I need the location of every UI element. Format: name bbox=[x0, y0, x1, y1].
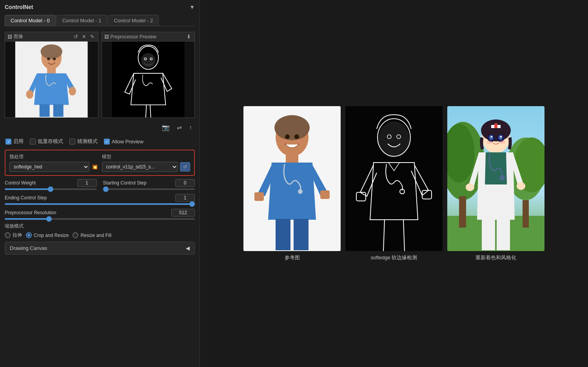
preprocessor-label: 预处理 bbox=[9, 154, 98, 160]
model-select-row: control_v11p_sd15_s... ↺ bbox=[102, 162, 191, 172]
model-col: 模型 control_v11p_sd15_s... ↺ bbox=[102, 154, 191, 172]
preprocessor-preview-title: 🖼 Preprocessor Preview bbox=[104, 34, 156, 40]
model-select[interactable]: control_v11p_sd15_s... bbox=[102, 162, 178, 172]
ending-step-value[interactable] bbox=[175, 194, 195, 202]
svg-point-62 bbox=[500, 136, 502, 137]
preprocessor-preview-box: 🖼 Preprocessor Preview ⬇ bbox=[102, 32, 195, 118]
drawing-canvas-row[interactable]: Drawing Canvas ◀ bbox=[5, 242, 195, 255]
source-image-actions: ↺ ✕ ✎ bbox=[73, 33, 96, 40]
preprocessor-resolution-value[interactable] bbox=[171, 209, 195, 217]
guess-mode-checkbox-input[interactable] bbox=[69, 139, 75, 145]
camera-button[interactable]: 📷 bbox=[161, 123, 171, 132]
allow-preview-checkbox[interactable]: Allow Preview bbox=[104, 139, 143, 145]
ending-step-row: Ending Control Step bbox=[5, 194, 195, 205]
refresh-image-button[interactable]: ↺ bbox=[73, 33, 79, 40]
svg-rect-47 bbox=[523, 200, 529, 228]
control-weight-col: Control Weight bbox=[5, 179, 97, 190]
preprocessor-resolution-slider[interactable] bbox=[5, 218, 195, 220]
drawing-canvas-icon: ◀ bbox=[186, 245, 190, 251]
control-weight-value[interactable] bbox=[77, 179, 97, 187]
svg-rect-56 bbox=[497, 219, 510, 250]
low-memory-checkbox[interactable]: 低显存模式 bbox=[30, 138, 63, 145]
allow-preview-checkbox-input[interactable] bbox=[104, 139, 110, 145]
svg-point-25 bbox=[298, 189, 303, 194]
gallery-edge-svg bbox=[345, 106, 443, 251]
guess-mode-checkbox[interactable]: 猜测模式 bbox=[69, 138, 98, 145]
svg-point-21 bbox=[274, 115, 310, 140]
control-weight-slider[interactable] bbox=[5, 188, 97, 190]
gallery-img-reference bbox=[243, 106, 341, 251]
svg-point-28 bbox=[285, 134, 290, 139]
model-section-row: 预处理 softedge_hed 💥 模型 control_v11p_sd15_… bbox=[9, 154, 190, 172]
zoom-resize-fill-option[interactable]: Resize and Fill bbox=[73, 232, 111, 238]
low-memory-checkbox-input[interactable] bbox=[30, 139, 36, 145]
svg-rect-10 bbox=[112, 42, 184, 118]
control-weight-header: Control Weight bbox=[5, 179, 97, 187]
image-row: 🖼 图像 ↺ ✕ ✎ bbox=[5, 32, 195, 118]
swap-button[interactable]: ⇌ bbox=[176, 123, 183, 132]
starting-step-header: Starting Control Step bbox=[103, 179, 195, 187]
svg-rect-3 bbox=[47, 68, 56, 74]
close-image-button[interactable]: ✕ bbox=[81, 33, 87, 40]
refresh-model-button[interactable]: ↺ bbox=[180, 162, 190, 172]
enable-checkbox-input[interactable] bbox=[5, 139, 11, 145]
svg-point-61 bbox=[491, 136, 492, 137]
zoom-mode-radio-group: 拉伸 Crop and Resize Resize and Fill bbox=[5, 232, 195, 239]
two-col-slider-row: Control Weight Starting Control Step bbox=[5, 179, 195, 190]
starting-step-value[interactable] bbox=[175, 179, 195, 187]
tab-control-model-0[interactable]: Control Model - 0 bbox=[5, 15, 56, 26]
enable-checkbox[interactable]: 启用 bbox=[5, 138, 24, 145]
zoom-crop-resize-option[interactable]: Crop and Resize bbox=[26, 232, 69, 238]
svg-rect-23 bbox=[254, 192, 264, 201]
tab-control-model-1[interactable]: Control Model - 1 bbox=[56, 15, 107, 26]
svg-point-64 bbox=[499, 141, 506, 144]
svg-rect-6 bbox=[40, 104, 50, 117]
svg-point-60 bbox=[499, 135, 503, 140]
nurse-svg bbox=[5, 42, 98, 118]
ending-step-header: Ending Control Step bbox=[5, 194, 195, 202]
preprocessor-actions: ⬇ bbox=[185, 33, 192, 40]
svg-point-52 bbox=[466, 183, 474, 191]
gallery-item-reference: 参考图 bbox=[243, 106, 341, 261]
right-panel: 参考图 bbox=[200, 0, 588, 367]
panel-title: ControlNet bbox=[5, 4, 33, 10]
svg-point-63 bbox=[486, 141, 492, 144]
svg-point-8 bbox=[47, 58, 50, 60]
zoom-stretch-radio[interactable] bbox=[5, 232, 11, 238]
preprocessor-resolution-label: Preprocessor Resolution bbox=[5, 210, 56, 215]
tabs-container: Control Model - 0 Control Model - 1 Cont… bbox=[5, 15, 195, 26]
starting-step-col: Starting Control Step bbox=[103, 179, 195, 190]
zoom-stretch-option[interactable]: 拉伸 bbox=[5, 232, 22, 239]
gallery-caption-anime: 重新着色和风格化 bbox=[475, 254, 516, 261]
svg-rect-24 bbox=[320, 190, 330, 199]
preprocessor-resolution-header: Preprocessor Resolution bbox=[5, 209, 195, 217]
svg-point-30 bbox=[280, 139, 288, 144]
svg-point-9 bbox=[53, 58, 56, 60]
ending-step-slider[interactable] bbox=[5, 203, 195, 205]
zoom-resize-fill-radio[interactable] bbox=[73, 232, 78, 238]
image-icon: 🖼 bbox=[7, 34, 12, 40]
edge-svg bbox=[102, 42, 195, 118]
svg-point-53 bbox=[517, 182, 525, 190]
zoom-crop-resize-radio[interactable] bbox=[26, 232, 32, 238]
source-image-title: 🖼 图像 bbox=[7, 33, 23, 40]
preprocessor-select[interactable]: softedge_hed bbox=[9, 162, 89, 172]
tab-control-model-2[interactable]: Control Model - 2 bbox=[108, 15, 159, 26]
svg-rect-7 bbox=[53, 104, 64, 117]
source-image-content[interactable] bbox=[5, 42, 98, 118]
svg-point-59 bbox=[489, 135, 493, 140]
preprocessor-preview-content[interactable] bbox=[102, 42, 195, 118]
zoom-section: 缩放模式 拉伸 Crop and Resize Resize and Fill bbox=[5, 223, 195, 239]
gallery-item-anime: 重新着色和风格化 bbox=[447, 106, 544, 261]
starting-step-slider[interactable] bbox=[103, 188, 195, 190]
upload-button[interactable]: ↑ bbox=[188, 124, 193, 132]
starting-step-label: Starting Control Step bbox=[103, 180, 147, 186]
preprocessor-preview-header: 🖼 Preprocessor Preview ⬇ bbox=[102, 32, 195, 42]
collapse-button[interactable]: ▼ bbox=[189, 4, 195, 10]
gallery-anime-svg bbox=[447, 106, 544, 251]
svg-point-29 bbox=[294, 134, 299, 139]
edit-image-button[interactable]: ✎ bbox=[89, 33, 96, 40]
download-preview-button[interactable]: ⬇ bbox=[185, 33, 192, 40]
svg-point-5 bbox=[69, 87, 76, 95]
preprocessor-select-row: softedge_hed 💥 bbox=[9, 162, 98, 172]
